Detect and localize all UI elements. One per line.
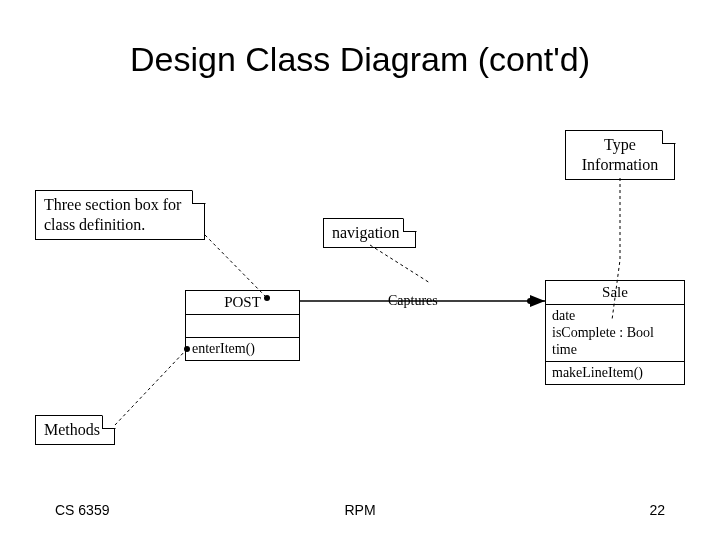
note-three-section: Three section box for class definition. <box>35 190 205 240</box>
dogear-icon <box>102 415 116 429</box>
class-sale: Sale date isComplete : Bool time makeLin… <box>545 280 685 385</box>
dogear-icon <box>662 130 676 144</box>
svg-line-2 <box>115 349 187 425</box>
connectors <box>0 0 720 540</box>
class-method: makeLineItem() <box>546 362 684 384</box>
class-attribute: date <box>552 308 678 325</box>
footer-page-number: 22 <box>649 502 665 518</box>
note-text: navigation <box>332 224 400 241</box>
note-type-information: Type Information <box>565 130 675 180</box>
class-attribute: isComplete : Bool <box>552 325 678 342</box>
class-post: POST enterItem() <box>185 290 300 361</box>
footer-author: RPM <box>0 502 720 518</box>
class-name: POST <box>186 291 299 315</box>
svg-line-0 <box>205 235 267 298</box>
page-title: Design Class Diagram (cont'd) <box>0 40 720 79</box>
dogear-icon <box>192 190 206 204</box>
note-methods: Methods <box>35 415 115 445</box>
class-attribute: time <box>552 342 678 359</box>
class-attributes-empty <box>186 315 299 338</box>
svg-marker-6 <box>530 295 545 307</box>
svg-line-4 <box>370 245 430 283</box>
note-text: Three section box for class definition. <box>44 196 181 233</box>
note-text: Type Information <box>574 135 666 175</box>
class-attributes: date isComplete : Bool time <box>546 305 684 362</box>
class-method: enterItem() <box>186 338 299 360</box>
dogear-icon <box>403 218 417 232</box>
svg-point-7 <box>527 298 533 304</box>
class-name: Sale <box>546 281 684 305</box>
association-label: Captures <box>388 293 438 309</box>
note-text: Methods <box>44 421 100 438</box>
note-navigation: navigation <box>323 218 416 248</box>
